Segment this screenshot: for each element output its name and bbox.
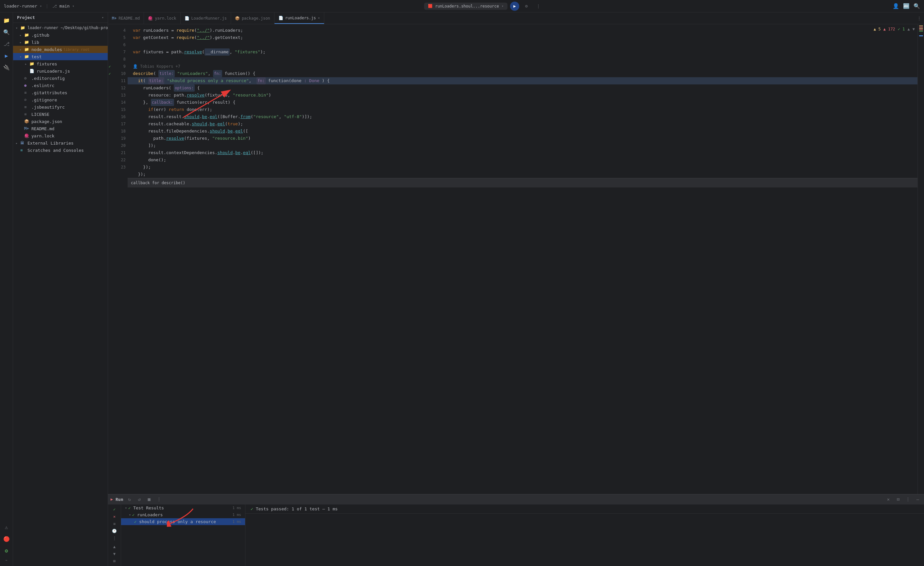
- line-22: 22: [108, 156, 128, 164]
- minimap-ok: [919, 31, 923, 32]
- test-output-area: ✓ Tests passed: 1 of 1 test – 1 ms: [245, 504, 924, 566]
- tree-item-scratches[interactable]: ▸ ≡ Scratches and Consoles: [13, 147, 108, 154]
- translate-icon[interactable]: 🔤: [903, 3, 910, 9]
- run-config-label: runLoaders.shoul...resource: [435, 4, 499, 9]
- branch-name[interactable]: main: [60, 4, 70, 9]
- expand-all-icon[interactable]: ⊞: [111, 558, 118, 564]
- scroll-to-bottom-icon[interactable]: ▼: [111, 551, 118, 557]
- tab-yarn[interactable]: 🧶 yarn.lock: [144, 12, 180, 24]
- tab-loaderrunner[interactable]: 📄 LoaderRunner.js: [181, 12, 231, 24]
- warning-indicator[interactable]: ▲ 5: [874, 27, 881, 32]
- sidebar-header: Project ▾: [13, 12, 108, 23]
- rerun-button[interactable]: ↻: [126, 495, 133, 503]
- sidebar-title: Project: [17, 15, 35, 20]
- test-status-bar: ✓ Tests passed: 1 of 1 test – 1 ms: [245, 504, 924, 513]
- lib-label: lib: [32, 40, 39, 45]
- tree-item-yarn[interactable]: ▸ 🧶 yarn.lock: [13, 132, 108, 140]
- git-icon[interactable]: ⎇: [1, 39, 12, 49]
- tree-item-gitignore[interactable]: ▸ ⊘ .gitignore: [13, 96, 108, 104]
- debug-button[interactable]: ⚙: [522, 2, 531, 11]
- filter-fail-icon[interactable]: ✕: [111, 513, 118, 519]
- panel-minimize-button[interactable]: —: [914, 495, 921, 503]
- filter-pass-icon[interactable]: ✓: [111, 506, 118, 512]
- tr-pass-icon: ✓: [128, 506, 130, 510]
- tree-item-jsbeautify[interactable]: ▸ ≡ .jsbeautifyrc: [13, 104, 108, 111]
- tree-item-readme[interactable]: ▸ M+ README.md: [13, 125, 108, 132]
- plugins-icon[interactable]: 🔌: [1, 62, 12, 73]
- tree-item-fixtures[interactable]: ▸ 📁 fixtures: [13, 60, 108, 68]
- rl-tab-label: runLoaders.js: [285, 16, 316, 20]
- run-config-selector[interactable]: 🟥 runLoaders.shoul...resource ▾: [424, 3, 507, 10]
- yarn-tab-icon: 🧶: [148, 16, 153, 21]
- panel-close-button[interactable]: ✕: [885, 495, 892, 503]
- filter-tree-icon[interactable]: ≡: [111, 521, 118, 527]
- project-icon[interactable]: 📁: [1, 15, 12, 26]
- terminal-icon[interactable]: 🔴: [1, 534, 12, 544]
- project-name[interactable]: loader-runner: [4, 4, 37, 9]
- line-18: 18: [108, 128, 128, 135]
- tree-item-ext-libs[interactable]: ▸ 🏛 External Libraries: [13, 140, 108, 147]
- fixtures-label: fixtures: [37, 62, 57, 66]
- tree-item-runloaders[interactable]: ▸ 📄 runLoaders.js: [13, 68, 108, 75]
- editorconfig-icon: ⚙: [24, 76, 30, 81]
- tree-item-packagejson[interactable]: ▸ 📦 package.json: [13, 118, 108, 125]
- sidebar-title-chevron[interactable]: ▾: [102, 16, 104, 19]
- gutter-check-10: ✓: [109, 72, 111, 76]
- test-results-row[interactable]: ▾ ✓ Test Results 1 ms: [121, 504, 245, 511]
- branch-dropdown-icon[interactable]: ▾: [72, 4, 74, 8]
- code-line-8: [128, 56, 918, 63]
- scroll-to-top-icon[interactable]: ▲: [111, 544, 118, 549]
- minimap-scrollbar[interactable]: [918, 24, 924, 494]
- run-icon[interactable]: ▶: [1, 50, 12, 61]
- title-bar-left: loader-runner ▾ | ⎇ main ▾: [4, 4, 74, 9]
- code-editor[interactable]: var runLoaders = require("../").runLoade…: [128, 24, 918, 494]
- line-15: 15: [108, 106, 128, 113]
- more-icon[interactable]: ⋯: [5, 557, 7, 563]
- error-indicator[interactable]: ▲ 172: [884, 27, 895, 32]
- tree-item-eslintrc[interactable]: ▸ ● .eslintrc: [13, 82, 108, 89]
- tree-item-license[interactable]: ▸ ≡ LICENSE: [13, 111, 108, 118]
- line-16: 16: [108, 113, 128, 120]
- scroll-up-icon[interactable]: ▲: [908, 27, 910, 32]
- more-run-options[interactable]: ⋮: [534, 2, 543, 11]
- tree-item-test[interactable]: ▾ 📁 test: [13, 53, 108, 60]
- test-case-row[interactable]: ✓ should process only a resource 1 ms: [121, 518, 245, 525]
- project-dropdown-icon[interactable]: ▾: [40, 4, 42, 8]
- tree-item-root[interactable]: ▾ 📁 loader-runner ~/Desktop/github-proje…: [13, 24, 108, 32]
- pkg-tab-icon: 📦: [235, 16, 240, 21]
- scroll-down-icon[interactable]: ▼: [912, 27, 915, 32]
- tab-package[interactable]: 📦 package.json: [231, 12, 274, 24]
- tree-item-github[interactable]: ▸ 📁 .github: [13, 32, 108, 39]
- rerun-failed-button[interactable]: ↺: [136, 495, 143, 503]
- settings-icon[interactable]: ⚙: [1, 545, 12, 556]
- account-icon[interactable]: 👤: [892, 3, 899, 9]
- stop-button[interactable]: ■: [146, 495, 153, 503]
- test-folder-icon: 📁: [24, 54, 30, 59]
- el-arrow: ▸: [16, 141, 20, 145]
- tree-item-node-modules[interactable]: ▸ 📁 node_modules library root: [13, 46, 108, 53]
- tree-item-gitattributes[interactable]: ▸ ≡ .gitattributes: [13, 89, 108, 96]
- run-button[interactable]: ▶: [510, 2, 519, 11]
- panel-settings-button[interactable]: ⋮: [904, 495, 912, 503]
- tab-readme[interactable]: M+ README.md: [108, 12, 144, 24]
- filter-clock-icon[interactable]: 🕐: [111, 528, 118, 534]
- line-20: 20: [108, 142, 128, 149]
- tab-close-runloaders[interactable]: ✕: [318, 16, 320, 20]
- check-indicator[interactable]: ✓ 1: [898, 27, 905, 32]
- panel-expand-button[interactable]: ⊟: [894, 495, 902, 503]
- line-11: 11: [108, 77, 128, 84]
- git-blame: 👤 Tobias Koppers +7: [128, 63, 918, 70]
- tree-item-lib[interactable]: ▸ 📁 lib: [13, 39, 108, 46]
- panel-more-button[interactable]: ⋮: [155, 495, 163, 503]
- panel-header: ▶ Run ↻ ↺ ■ ⋮ ✕ ⊟ ⋮ —: [108, 494, 924, 504]
- runloaders-row[interactable]: ▾ ✓ runLoaders 1 ms: [121, 511, 245, 518]
- problems-icon[interactable]: ⚠: [1, 522, 12, 532]
- code-line-20: result.contextDependencies.should.be.eql…: [128, 149, 918, 156]
- tree-item-editorconfig[interactable]: ▸ ⚙ .editorconfig: [13, 75, 108, 82]
- find-icon[interactable]: 🔍: [1, 27, 12, 37]
- test-tree: ▾ ✓ Test Results 1 ms ▾ ✓ runLoaders 1 m…: [121, 504, 245, 566]
- filter-more-icon[interactable]: ⋮: [111, 535, 118, 541]
- tab-runloaders[interactable]: 📄 runLoaders.js ✕: [274, 12, 324, 24]
- search-icon[interactable]: 🔍: [914, 3, 920, 9]
- tab-more-button[interactable]: ⋮: [915, 16, 924, 21]
